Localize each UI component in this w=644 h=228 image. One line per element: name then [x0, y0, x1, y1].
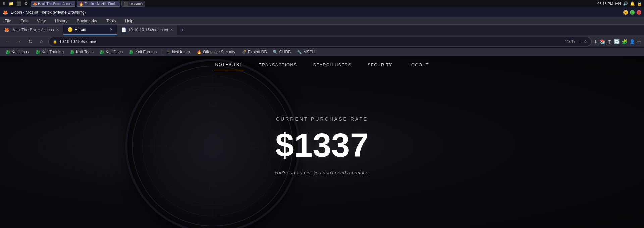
sync-icon[interactable]: 🔄	[614, 39, 620, 44]
nav-logout[interactable]: LOGOUT	[407, 60, 430, 70]
maximize-button[interactable]: □	[630, 10, 635, 15]
sidebar-icon[interactable]: ◫	[607, 39, 612, 44]
ghdb-icon: 🔍	[273, 50, 278, 54]
menu-tools[interactable]: Tools	[104, 18, 118, 24]
burpsuite-label: Hack The Box :: Access	[38, 2, 73, 6]
kali-docs-icon: 🐉	[99, 50, 104, 54]
file-manager-icon[interactable]: 📁	[9, 1, 14, 6]
taskbar-right: 06:16 PM EN 🔊 🔔 🔒	[597, 1, 642, 6]
lang-indicator: EN	[615, 1, 621, 6]
security-lock-icon: 🔒	[53, 39, 57, 44]
menu-file[interactable]: File	[3, 18, 13, 24]
bookmark-kali-forums-label: Kali Forums	[135, 50, 157, 54]
tab-label-ecoin: E-coin	[75, 27, 86, 32]
minimize-button[interactable]: −	[623, 10, 628, 15]
nav-bar: ← → ↻ ⌂ 🔒 10.10.10.154/admin/ 110% ··· ☆…	[0, 35, 644, 48]
menu-edit[interactable]: Edit	[18, 18, 30, 24]
bookmark-ghdb-label: GHDB	[279, 50, 291, 54]
extensions-icon[interactable]: 🧩	[622, 39, 627, 44]
exploit-db-icon: 💣	[241, 50, 247, 54]
admin-message: You're an admin; you don't need a prefac…	[274, 170, 370, 175]
bookmark-kali-tools[interactable]: 🐉 Kali Tools	[67, 49, 96, 55]
tab-htb-access[interactable]: 🦊 Hack The Box :: Access ✕	[0, 25, 63, 35]
site-nav: NOTES.TXT TRANSACTIONS SEARCH USERS SECU…	[0, 56, 644, 73]
kali-tools-icon: 🐉	[70, 50, 75, 54]
bookmark-kali-forums[interactable]: 🐉 Kali Forums	[126, 49, 159, 55]
close-button[interactable]: ×	[637, 10, 641, 15]
purchase-rate-label: CURRENT PURCHASE RATE	[276, 116, 368, 122]
nav-right-icons: ⬇ 📚 ◫ 🔄 🧩 👤 ☰	[594, 39, 641, 44]
tab-close-htb[interactable]: ✕	[56, 28, 59, 32]
bookmark-ghdb[interactable]: 🔍 GHDB	[270, 49, 293, 55]
bookmark-msfu-label: MSFU	[303, 50, 315, 54]
new-tab-button[interactable]: +	[177, 25, 188, 35]
task-buttons: 🦊 Hack The Box :: Access 🔥 E-coin - Mozi…	[31, 1, 145, 7]
forward-button[interactable]: →	[14, 37, 23, 46]
offensive-security-icon: 🔥	[197, 50, 202, 54]
zoom-level: 110%	[565, 39, 575, 44]
firefox-logo: 🦊	[3, 10, 8, 15]
tab-ecoin[interactable]: 🪙 E-coin ✕	[63, 25, 117, 35]
library-icon[interactable]: 📚	[600, 39, 605, 44]
bookmark-kali-training[interactable]: 🐉 Kali Training	[33, 49, 66, 55]
menu-help[interactable]: Help	[123, 18, 136, 24]
downloads-icon[interactable]: ⬇	[594, 39, 598, 44]
bookmark-kali-tools-label: Kali Tools	[76, 50, 93, 54]
bookmark-kali-training-label: Kali Training	[42, 50, 64, 54]
home-button[interactable]: ⌂	[37, 37, 46, 46]
terminal-icon[interactable]: ⬛	[16, 1, 21, 6]
url-bar[interactable]: 🔒 10.10.10.154/admin/ 110% ··· ☆	[48, 37, 592, 46]
bookmark-exploit-db[interactable]: 💣 Exploit-DB	[239, 49, 270, 55]
network-icon[interactable]: 🔒	[637, 1, 642, 6]
nav-search-users[interactable]: SEARCH USERS	[312, 60, 353, 70]
bookmark-kali-linux-label: Kali Linux	[12, 50, 29, 54]
tab-label-htb: Hack The Box :: Access	[11, 28, 54, 32]
nav-transactions[interactable]: TRANSACTIONS	[257, 60, 298, 70]
back-button[interactable]: ←	[3, 37, 12, 46]
tab-close-ecoin[interactable]: ✕	[110, 27, 113, 32]
more-options-icon[interactable]: ···	[578, 39, 582, 44]
bookmark-kali-docs[interactable]: 🐉 Kali Docs	[97, 49, 125, 55]
nav-security[interactable]: SECURITY	[366, 60, 394, 70]
kali-training-icon: 🐉	[35, 50, 40, 54]
bookmark-star-icon[interactable]: ☆	[584, 39, 587, 44]
nav-notes-txt[interactable]: NOTES.TXT	[214, 59, 244, 70]
reload-button[interactable]: ↻	[25, 37, 35, 46]
burpsuite-taskbtn[interactable]: 🦊 Hack The Box :: Access	[31, 1, 75, 7]
menu-history[interactable]: History	[53, 18, 69, 24]
tab-notes[interactable]: 📄 10.10.10.154/notes.txt ✕	[117, 25, 178, 35]
bookmark-separator	[161, 49, 161, 55]
menu-icon[interactable]: ☰	[637, 39, 641, 44]
window-controls: − □ ×	[623, 10, 641, 15]
dirsearch-taskbtn[interactable]: ⬛ dirsearch	[121, 1, 145, 7]
kali-forums-icon: 🐉	[129, 50, 134, 54]
menu-bookmarks[interactable]: Bookmarks	[75, 18, 99, 24]
bookmark-nethunter-label: NetHunter	[172, 50, 191, 54]
bookmark-nethunter[interactable]: 📱 NetHunter	[163, 49, 193, 55]
dirsearch-label: dirsearch	[129, 2, 143, 6]
firefox-taskbtn[interactable]: 🔥 E-coin - Mozilla Firef...	[77, 1, 120, 7]
bookmark-exploit-db-label: Exploit-DB	[248, 50, 267, 54]
burpsuite-icon: 🦊	[33, 2, 37, 6]
purchase-rate-value: $1337	[275, 128, 369, 162]
bookmark-offensive-security[interactable]: 🔥 Offensive Security	[194, 49, 238, 55]
bookmark-msfu[interactable]: 🔧 MSFU	[294, 49, 317, 55]
site-main: CURRENT PURCHASE RATE $1337 You're an ad…	[0, 56, 644, 228]
bookmarks-bar: 🐉 Kali Linux 🐉 Kali Training 🐉 Kali Tool…	[0, 48, 644, 56]
bookmark-kali-docs-label: Kali Docs	[106, 50, 123, 54]
notifications-icon[interactable]: 🔔	[630, 1, 635, 6]
menu-view[interactable]: View	[35, 18, 48, 24]
settings-icon[interactable]: ⚙	[24, 1, 28, 6]
bookmark-kali-linux[interactable]: 🐉 Kali Linux	[3, 49, 32, 55]
volume-icon[interactable]: 🔊	[623, 1, 628, 6]
avatar-icon[interactable]: 👤	[629, 39, 635, 44]
title-bar-left: 🦊 E-coin - Mozilla Firefox (Private Brow…	[3, 10, 86, 15]
nethunter-icon: 📱	[166, 50, 171, 54]
tab-favicon-htb: 🦊	[4, 27, 9, 32]
tab-close-notes[interactable]: ✕	[170, 28, 173, 32]
url-text: 10.10.10.154/admin/	[59, 39, 561, 44]
clock: 06:16 PM	[597, 2, 613, 6]
desktop-icon[interactable]: 🖥	[2, 1, 6, 6]
firefox-label: E-coin - Mozilla Firef...	[84, 2, 117, 6]
tab-favicon-notes: 📄	[121, 27, 126, 32]
